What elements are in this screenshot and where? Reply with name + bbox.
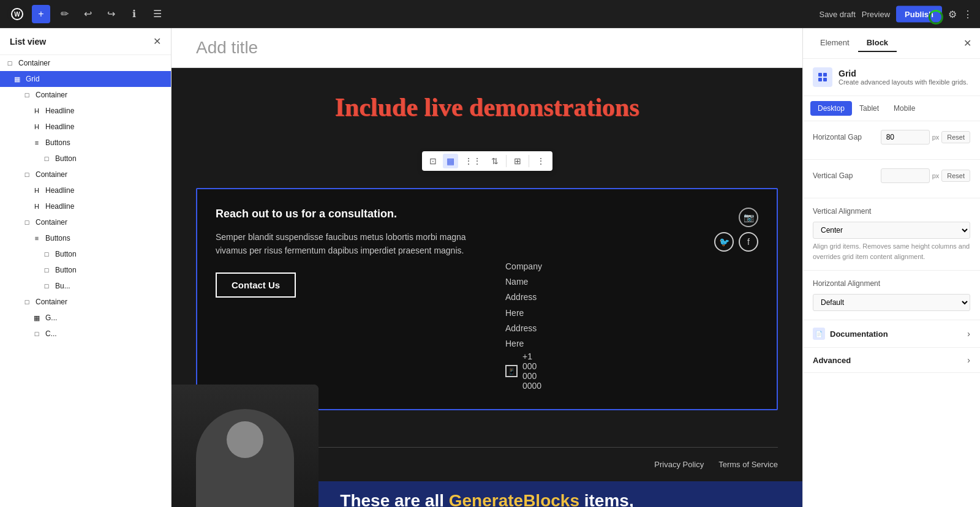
block-type-header: Grid Create advanced layouts with flexib…	[803, 59, 980, 96]
svg-rect-2	[818, 73, 822, 77]
hero-section: Include live demonstrations	[172, 68, 802, 146]
tree-item-headline-4[interactable]: H Headline	[0, 198, 171, 214]
tree-item-buttons-2[interactable]: ≡ Buttons	[0, 230, 171, 246]
v-align-row: Vertical Alignment	[813, 207, 970, 216]
privacy-policy-link[interactable]: Privacy Policy	[654, 460, 704, 469]
v-gap-input[interactable]	[881, 168, 930, 183]
twitter-icon[interactable]: 🐦	[714, 232, 734, 252]
subtitle-highlight: GenerateBlocks	[449, 491, 579, 507]
v-gap-input-group: px Reset	[881, 168, 970, 183]
tree-item-button-2[interactable]: □ Button	[0, 246, 171, 262]
page-content: Include live demonstrations ⊡ ▦ ⋮⋮ ⇅ ⊞ ⋮	[172, 68, 802, 507]
tree-label: Headline	[45, 186, 74, 195]
h-align-select[interactable]: Default Start Center End Space Between	[813, 294, 970, 311]
tree-item-container-6[interactable]: □ C...	[0, 326, 171, 342]
block-type-desc: Create advanced layouts with flexible gr…	[839, 78, 968, 86]
more-options-button[interactable]: ⋮	[533, 154, 549, 168]
horizontal-gap-row: Horizontal Gap px Reset	[813, 130, 970, 145]
tree-item-container-2[interactable]: □ Container	[0, 87, 171, 103]
company-info: Company Name Address Here Address Here	[505, 259, 758, 351]
contact-us-button[interactable]: Contact Us	[216, 272, 296, 298]
tree-item-grid-2[interactable]: ▦ G...	[0, 310, 171, 326]
select-parent-button[interactable]: ⊡	[426, 154, 440, 168]
up-down-button[interactable]: ⇅	[488, 154, 502, 168]
facebook-icon[interactable]: f	[739, 232, 758, 252]
full-width-button[interactable]: ⊞	[510, 154, 525, 168]
documentation-chevron: ›	[967, 329, 970, 339]
h-gap-input[interactable]	[881, 130, 930, 145]
tree-item-button-1[interactable]: □ Button	[0, 151, 171, 167]
tree-label: Container	[36, 298, 67, 306]
tree-item-container-1[interactable]: □ Container	[0, 55, 171, 71]
tree-label: Grid	[26, 75, 40, 83]
tree-item-button-3[interactable]: □ Button	[0, 262, 171, 278]
device-desktop-tab[interactable]: Desktop	[810, 101, 852, 116]
vertical-alignment-section: Vertical Alignment Center Top Bottom Str…	[803, 198, 980, 271]
v-gap-unit: px	[932, 172, 940, 179]
v-align-select[interactable]: Center Top Bottom Stretch	[813, 222, 970, 239]
tree-item-button-4[interactable]: □ Bu...	[0, 278, 171, 294]
headline-icon: H	[32, 186, 42, 195]
tree-item-headline-1[interactable]: H Headline	[0, 103, 171, 119]
panel-header: List view ✕	[0, 28, 171, 55]
grid-icon: ▦	[32, 313, 42, 323]
advanced-section[interactable]: Advanced ›	[803, 348, 980, 373]
v-align-desc: Align grid items. Removes same height co…	[813, 241, 970, 261]
device-tablet-tab[interactable]: Tablet	[852, 101, 886, 116]
edit-icon-button[interactable]: ✏	[55, 5, 74, 23]
page-title-input[interactable]: Add title	[196, 38, 258, 58]
tree-item-buttons-1[interactable]: ≡ Buttons	[0, 135, 171, 151]
right-panel: Element Block ✕ Grid Create advanced lay…	[802, 28, 980, 507]
preview-button[interactable]: Preview	[862, 9, 890, 18]
tree-label: C...	[45, 329, 57, 338]
tree-label: Container	[36, 91, 67, 99]
tree-label: Container	[18, 59, 50, 67]
panel-close-button[interactable]: ✕	[153, 36, 161, 47]
align-button[interactable]: ⋮⋮	[461, 154, 485, 168]
grid-layout-button[interactable]: ▦	[443, 154, 458, 168]
container-icon: □	[22, 217, 32, 227]
vertical-gap-section: Vertical Gap px Reset	[803, 160, 980, 198]
list-view-button[interactable]: ☰	[148, 5, 167, 23]
tree-label: Button	[55, 250, 77, 258]
toolbar-inner: ⊡ ▦ ⋮⋮ ⇅ ⊞ ⋮	[422, 151, 552, 171]
tree-item-container-4[interactable]: □ Container	[0, 214, 171, 230]
save-draft-button[interactable]: Save draft	[820, 9, 856, 18]
redo-button[interactable]: ↪	[102, 5, 120, 23]
tree-label: G...	[45, 314, 57, 322]
advanced-chevron: ›	[967, 355, 970, 365]
topbar: W + ✏ ↩ ↪ ℹ ☰ Save draft Preview Publish…	[0, 0, 980, 28]
block-toolbar: ⊡ ▦ ⋮⋮ ⇅ ⊞ ⋮	[172, 146, 802, 176]
instagram-icon[interactable]: 📷	[739, 208, 758, 227]
documentation-section[interactable]: 📄 Documentation ›	[803, 320, 980, 348]
tab-block[interactable]: Block	[858, 34, 897, 52]
container-icon: □	[5, 58, 15, 68]
info-button[interactable]: ℹ	[125, 5, 143, 23]
button-icon: □	[42, 265, 51, 275]
tree-item-headline-2[interactable]: H Headline	[0, 119, 171, 135]
button-icon: □	[42, 281, 51, 291]
settings-button[interactable]: ⚙	[948, 8, 957, 20]
terms-of-service-link[interactable]: Terms of Service	[718, 460, 778, 469]
device-mobile-tab[interactable]: Mobile	[886, 101, 922, 116]
topbar-actions: Save draft Preview Publish ⚙ ⋮	[820, 6, 973, 22]
toolbar-divider	[529, 155, 529, 167]
container-icon: □	[22, 90, 32, 100]
v-gap-reset-button[interactable]: Reset	[941, 170, 970, 182]
add-block-button[interactable]: +	[32, 5, 50, 23]
tree-label: Headline	[45, 122, 74, 131]
more-options-button[interactable]: ⋮	[963, 8, 973, 20]
documentation-icon: 📄	[813, 328, 825, 340]
right-panel-close-button[interactable]: ✕	[963, 37, 971, 49]
tree-item-container-5[interactable]: □ Container	[0, 294, 171, 310]
tree-item-headline-3[interactable]: H Headline	[0, 182, 171, 198]
tree-item-container-3[interactable]: □ Container	[0, 167, 171, 182]
button-icon: □	[42, 249, 51, 259]
tab-element[interactable]: Element	[812, 34, 858, 52]
h-gap-reset-button[interactable]: Reset	[941, 131, 970, 143]
tree-item-grid-1[interactable]: ▦ Grid	[0, 71, 171, 87]
wordpress-logo[interactable]: W	[7, 4, 27, 24]
tree-label: Headline	[45, 107, 74, 115]
tree-label: Container	[36, 218, 67, 227]
undo-button[interactable]: ↩	[78, 5, 97, 23]
